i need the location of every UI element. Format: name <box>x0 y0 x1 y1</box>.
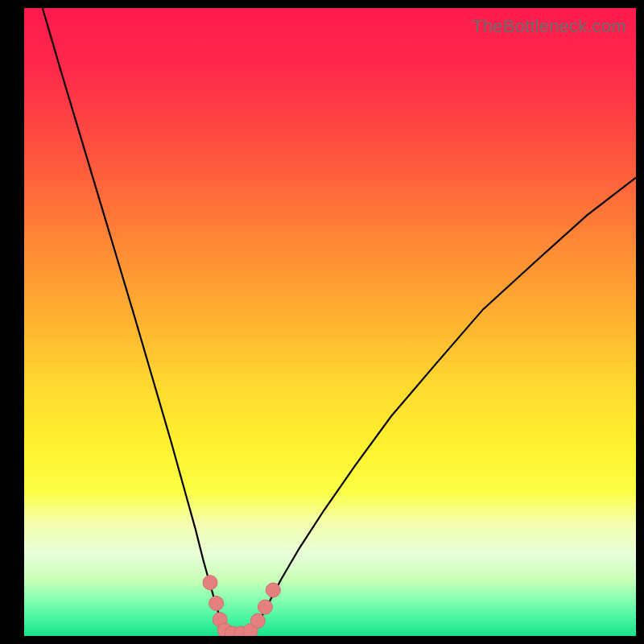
bead-marker <box>203 576 217 590</box>
bead-marker <box>250 613 265 628</box>
bead-marker <box>209 596 224 610</box>
chart-frame: TheBottleneck.com <box>24 8 636 636</box>
watermark-text: TheBottleneck.com <box>472 16 626 37</box>
bead-marker <box>258 600 272 614</box>
chart-svg <box>24 8 636 636</box>
curve-right <box>254 178 636 632</box>
curve-left <box>43 8 226 632</box>
bead-marker <box>266 583 280 597</box>
